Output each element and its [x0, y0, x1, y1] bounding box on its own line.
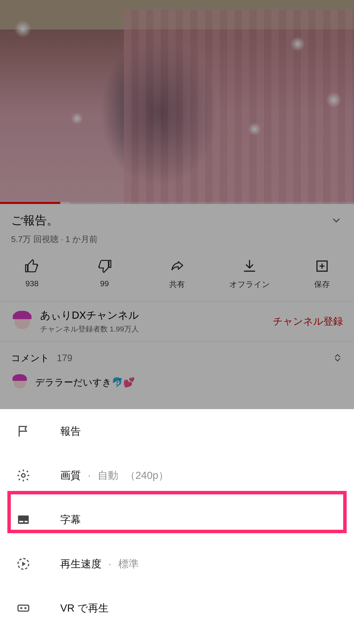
comment-text: デララーだいすき🐬💕 — [35, 376, 135, 389]
menu-quality[interactable]: 画質 · 自動 （240p） — [0, 453, 354, 498]
video-player[interactable] — [0, 0, 354, 204]
comments-label: コメント — [11, 352, 50, 364]
video-title: ご報告。 — [11, 212, 59, 228]
thumbs-down-icon — [97, 258, 112, 274]
like-button[interactable]: 938 — [10, 258, 54, 288]
svg-point-1 — [22, 474, 25, 478]
dislike-count: 99 — [100, 279, 109, 288]
vr-icon — [14, 598, 33, 618]
video-thumbnail — [0, 0, 354, 204]
play-speed-icon — [14, 554, 33, 574]
like-count: 938 — [25, 279, 38, 288]
svg-point-7 — [20, 607, 22, 609]
svg-rect-2 — [18, 516, 29, 524]
menu-report[interactable]: 報告 — [0, 409, 354, 453]
comment-preview[interactable]: デララーだいすき🐬💕 — [0, 369, 354, 401]
dislike-button[interactable]: 99 — [82, 258, 127, 288]
svg-rect-4 — [25, 521, 28, 522]
options-sheet: 報告 画質 · 自動 （240p） 字幕 再生速度 · 標準 VR で再生 — [0, 409, 354, 644]
save-icon — [314, 258, 330, 274]
svg-rect-6 — [18, 605, 29, 611]
captions-icon — [14, 510, 33, 530]
channel-name: あぃりDXチャンネル — [40, 308, 266, 322]
save-button[interactable]: 保存 — [300, 258, 344, 290]
channel-subscribers: チャンネル登録者数 1.99万人 — [40, 324, 266, 334]
expand-sort-icon — [332, 352, 343, 364]
share-label: 共有 — [169, 279, 185, 290]
share-icon — [169, 258, 185, 274]
menu-playback-speed[interactable]: 再生速度 · 標準 — [0, 542, 354, 586]
download-label: オフライン — [229, 279, 270, 290]
progress-bar[interactable] — [0, 202, 354, 204]
menu-help[interactable]: ヘルプとフィードバック — [0, 630, 354, 644]
channel-avatar — [11, 310, 33, 332]
action-bar: 938 99 共有 オフライン 保存 — [0, 245, 354, 301]
svg-rect-3 — [19, 521, 23, 522]
download-button[interactable]: オフライン — [227, 258, 272, 290]
svg-point-8 — [24, 607, 27, 609]
menu-captions[interactable]: 字幕 — [0, 498, 354, 542]
gear-icon — [14, 466, 33, 485]
subscribe-button[interactable]: チャンネル登録 — [273, 314, 343, 328]
flag-icon — [14, 422, 33, 441]
menu-vr[interactable]: VR で再生 — [0, 586, 354, 630]
save-label: 保存 — [314, 279, 330, 290]
channel-row[interactable]: あぃりDXチャンネル チャンネル登録者数 1.99万人 チャンネル登録 — [0, 302, 354, 341]
comments-count: 179 — [57, 353, 72, 364]
help-icon — [14, 642, 33, 644]
share-button[interactable]: 共有 — [155, 258, 199, 290]
download-icon — [242, 258, 257, 274]
video-title-row[interactable]: ご報告。 — [11, 212, 343, 228]
commenter-avatar — [11, 374, 28, 391]
chevron-down-icon — [329, 214, 343, 227]
comments-header[interactable]: コメント 179 — [0, 342, 354, 369]
thumbs-up-icon — [24, 258, 40, 274]
video-stats: 5.7万 回視聴 · 1 か月前 — [11, 234, 343, 245]
